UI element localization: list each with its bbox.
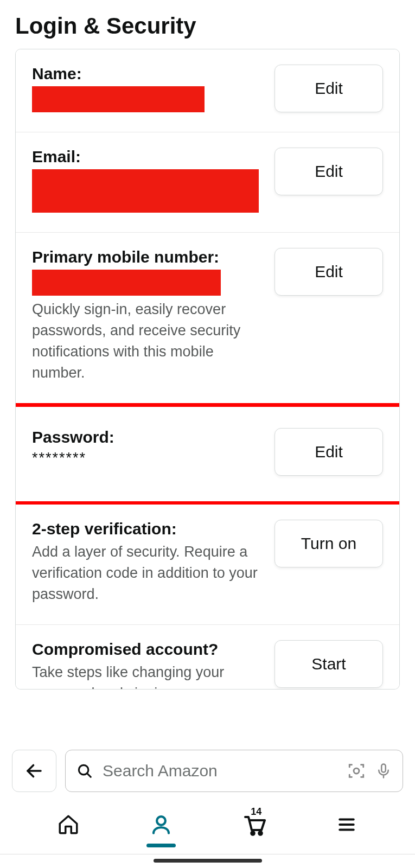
- camera-scan-icon[interactable]: [347, 762, 366, 780]
- edit-password-button[interactable]: Edit: [274, 428, 383, 476]
- phone-redacted: [32, 270, 221, 296]
- phone-desc: Quickly sign-in, easily recover password…: [32, 299, 264, 384]
- home-icon: [57, 813, 80, 836]
- svg-point-6: [251, 832, 254, 835]
- compromised-label: Compromised account?: [32, 640, 264, 659]
- email-label: Email:: [32, 148, 264, 166]
- password-label: Password:: [32, 428, 264, 446]
- nav-account[interactable]: [146, 809, 176, 840]
- svg-point-3: [354, 768, 359, 774]
- svg-rect-4: [381, 764, 386, 773]
- arrow-left-icon: [24, 761, 44, 781]
- search-input[interactable]: [103, 762, 337, 780]
- search-icon: [76, 763, 93, 779]
- nav-home[interactable]: [53, 809, 84, 840]
- email-redacted: [32, 169, 259, 213]
- svg-point-7: [259, 832, 262, 835]
- hamburger-icon: [336, 814, 357, 835]
- row-twostep: 2-step verification: Add a layer of secu…: [16, 505, 399, 625]
- nav-menu[interactable]: [331, 809, 362, 840]
- cart-count: 14: [251, 806, 261, 818]
- twostep-button[interactable]: Turn on: [274, 520, 383, 567]
- twostep-label: 2-step verification:: [32, 520, 264, 538]
- password-value: ********: [32, 450, 264, 467]
- page-title: Login & Security: [0, 0, 415, 49]
- name-redacted: [32, 86, 205, 112]
- row-password: Password: ******** Edit: [16, 404, 399, 505]
- home-indicator: [154, 859, 262, 863]
- phone-label: Primary mobile number:: [32, 248, 264, 266]
- row-compromised: Compromised account? Take steps like cha…: [16, 625, 399, 689]
- twostep-desc: Add a layer of security. Require a verif…: [32, 541, 264, 605]
- row-email: Email: Edit: [16, 132, 399, 233]
- compromised-button[interactable]: Start: [274, 640, 383, 688]
- back-button[interactable]: [12, 750, 56, 792]
- microphone-icon[interactable]: [375, 762, 392, 780]
- bottom-bar: 14: [0, 742, 415, 868]
- settings-card: Name: Edit Email: Edit Primary mobile nu…: [15, 49, 400, 690]
- row-phone: Primary mobile number: Quickly sign-in, …: [16, 233, 399, 404]
- svg-line-2: [87, 773, 91, 777]
- compromised-desc: Take steps like changing your password a…: [32, 662, 264, 689]
- user-icon: [150, 813, 173, 836]
- row-name: Name: Edit: [16, 49, 399, 132]
- edit-name-button[interactable]: Edit: [274, 65, 383, 112]
- edit-phone-button[interactable]: Edit: [274, 248, 383, 296]
- name-label: Name:: [32, 65, 264, 83]
- nav-row: 14: [0, 797, 415, 854]
- search-field[interactable]: [65, 750, 403, 792]
- edit-email-button[interactable]: Edit: [274, 148, 383, 195]
- svg-point-5: [157, 816, 165, 825]
- nav-cart[interactable]: 14: [239, 809, 269, 840]
